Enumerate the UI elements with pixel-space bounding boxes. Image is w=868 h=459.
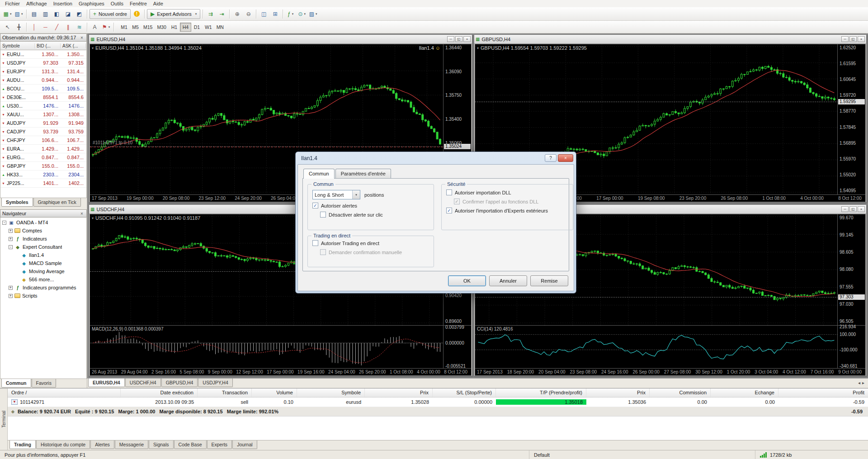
checkbox-autoriser-trading-en-direct[interactable]: Autoriser Trading en direct [312,240,434,246]
fibonacci-tool[interactable]: ≋ [74,22,85,32]
checkbox-box[interactable]: ✓ [312,203,318,208]
order-row[interactable]: ▼1011429712013.10.09 09:35sell0.10eurusd… [8,397,868,407]
cursor-tool[interactable]: ↖ [2,22,13,32]
terminal-tab-code-base[interactable]: Code Base [174,440,207,449]
positions-select[interactable]: Long & Short ▾ [312,190,360,199]
tab-graphique-en-tick[interactable]: Graphique en Tick [33,198,81,207]
tree-item-comptes[interactable]: +Comptes [0,227,86,235]
zoom-out-button[interactable]: ⊖ [243,9,254,19]
terminal-column-date-ex-cution[interactable]: Date exécution [121,388,198,397]
tile-windows-button[interactable]: ◫ [259,9,269,19]
cascade-windows-button[interactable]: ⊞ [270,9,280,19]
close-button[interactable]: × [858,206,865,212]
terminal-toggle[interactable]: ◪ [63,9,73,19]
menu-aide[interactable]: Aide [150,1,166,6]
dialog-tab-param-tres-d-entr-e[interactable]: Paramètres d'entrée [335,169,391,179]
chevron-down-icon[interactable]: ▾ [352,190,360,199]
terminal-tab-experts[interactable]: Experts [207,440,232,449]
market-watch-row[interactable]: ▼DE30E...8554.18554.6 [0,93,86,102]
crosshair-tool[interactable]: ╋ [14,22,24,32]
chart-tab-usdchf-h4[interactable]: USDCHF,H4 [125,379,161,387]
market-watch-row[interactable]: ▼EURA...1.429...1.429... [0,145,86,153]
status-profile[interactable]: Default [529,450,755,459]
dialog-tab-commun[interactable]: Commun [303,169,335,179]
timeframe-h1[interactable]: H1 [169,23,180,32]
tab-symboles[interactable]: Symboles [1,198,33,207]
terminal-tab-messagerie[interactable]: Messagerie [115,440,148,449]
tree-item-oanda-mt4[interactable]: -▣OANDA - MT4 [0,218,86,227]
menu-fen-tre[interactable]: Fenêtre [127,1,150,6]
close-icon[interactable]: × [79,211,85,216]
chart-tab-eurusd-h4[interactable]: EURUSD,H4 [88,379,125,387]
chart-tab-usdjpy-h4[interactable]: USDJPY,H4 [198,379,232,387]
terminal-column-prix[interactable]: Prix [586,388,650,397]
terminal-tab-trading[interactable]: Trading [9,440,36,449]
dialog-title-bar[interactable]: Ilan1.4 ? × [297,152,574,164]
terminal-tab-signals[interactable]: Signals [149,440,173,449]
close-button[interactable]: × [858,36,865,42]
close-button[interactable]: × [463,36,471,42]
timeframe-m30[interactable]: M30 [155,23,168,32]
horizontal-line-tool[interactable]: ─ [40,22,51,32]
chart-title-bar[interactable]: ▦EURUSD,H4─◱× [89,35,472,44]
dialog-close-button[interactable]: × [558,154,573,162]
tree-item-indicateurs[interactable]: +ƒIndicateurs [0,235,86,243]
tree-item-566-more[interactable]: ◆566 more... [0,275,86,284]
channel-tool[interactable]: ∥ [63,22,73,32]
checkbox-d-sactiver-alerte-sur-clic[interactable]: Désactiver alerte sur clic [320,212,434,218]
chart-title-bar[interactable]: ▦GBPUSD,H4─◱× [474,35,866,44]
terminal-tab-historique-du-compte[interactable]: Historique du compte [36,440,90,449]
tree-item-scripts[interactable]: +Scripts [0,292,86,300]
strategy-tester-toggle[interactable]: ◩ [74,9,85,19]
tree-item-indicateurs-programm-s[interactable]: +ƒIndicateurs programmés [0,284,86,292]
indicators-button[interactable]: ƒ▾ [285,9,296,19]
text-tool[interactable]: A [90,22,100,32]
autoscroll-button[interactable]: ⇉ [205,9,216,19]
market-watch-row[interactable]: ▼AUDJPY91.92991.949 [0,119,86,128]
column-header-bid[interactable]: BID (... [35,43,61,48]
market-watch-row[interactable]: ▲HK33...2303...2304... [0,170,86,179]
column-header-symbole[interactable]: Symbole [0,43,35,48]
indicator-plot-cci[interactable]: CCI(14) 120.4816 [475,326,837,368]
help-button[interactable]: ? [545,154,557,162]
checkbox-box[interactable] [312,240,318,246]
metaeditor-button[interactable]: ! [132,9,142,19]
expand-icon[interactable]: - [2,221,6,225]
market-watch-row[interactable]: ▼CHFJPY106.6...106.7... [0,136,86,145]
market-watch-row[interactable]: ▼AUDU...0.944...0.944... [0,76,86,85]
tab-commun[interactable]: Commun [1,379,31,388]
timeframe-w1[interactable]: W1 [203,23,214,32]
checkbox-box[interactable] [320,212,326,218]
market-watch-row[interactable]: ▼XAUU...1307...1308... [0,110,86,119]
profiles-button[interactable]: ▧▾ [14,9,24,19]
templates-button[interactable]: ▨▾ [308,9,318,19]
terminal-column-volume[interactable]: Volume [252,388,297,397]
market-watch-row[interactable]: ▼EURG...0.847...0.847... [0,153,86,162]
market-watch-row[interactable]: ▲US30...1476...1476... [0,102,86,110]
annuler-button[interactable]: Annuler [489,275,527,286]
timeframe-mn[interactable]: MN [214,23,226,32]
navigator-toggle[interactable]: ◧ [52,9,62,19]
restore-button[interactable]: ◱ [849,36,857,42]
expand-icon[interactable]: + [9,294,13,298]
market-watch-row[interactable]: ▼CADJPY93.73993.759 [0,128,86,136]
terminal-column-profit[interactable]: Profit [778,388,868,397]
chart-tab-gbpusd-h4[interactable]: GBPUSD,H4 [161,379,198,387]
checkbox-box[interactable] [446,189,452,195]
terminal-column-prix[interactable]: Prix [365,388,433,397]
indicator-plot-macd[interactable]: MACD(12,26,9) 0.001368 0.000397 [90,326,443,368]
terminal-column-t-p-prendre-profit[interactable]: T/P (Prendre/profit) [496,388,586,397]
timeframe-m5[interactable]: M5 [130,23,141,32]
checkbox-autoriser-l-importation-d-experts-ext-rieurs[interactable]: ✓Autoriser l'importation d'Experts extér… [446,208,573,213]
restore-button[interactable]: ◱ [849,206,857,212]
timeframe-m1[interactable]: M1 [118,23,130,32]
expand-icon[interactable]: + [9,237,13,241]
trendline-tool[interactable]: ╱ [52,22,62,32]
terminal-column-echange[interactable]: Echange [711,388,778,397]
market-watch-row[interactable]: ▼EURJPY131.3...131.4... [0,67,86,76]
tree-item-ilan1-4[interactable]: ◆Ilan1.4 [0,251,86,259]
ok-button[interactable]: OK [448,275,486,286]
arrows-tool[interactable]: ⚑▾ [101,22,111,32]
menu-insertion[interactable]: Insertion [50,1,75,6]
expand-icon[interactable]: + [9,286,13,290]
